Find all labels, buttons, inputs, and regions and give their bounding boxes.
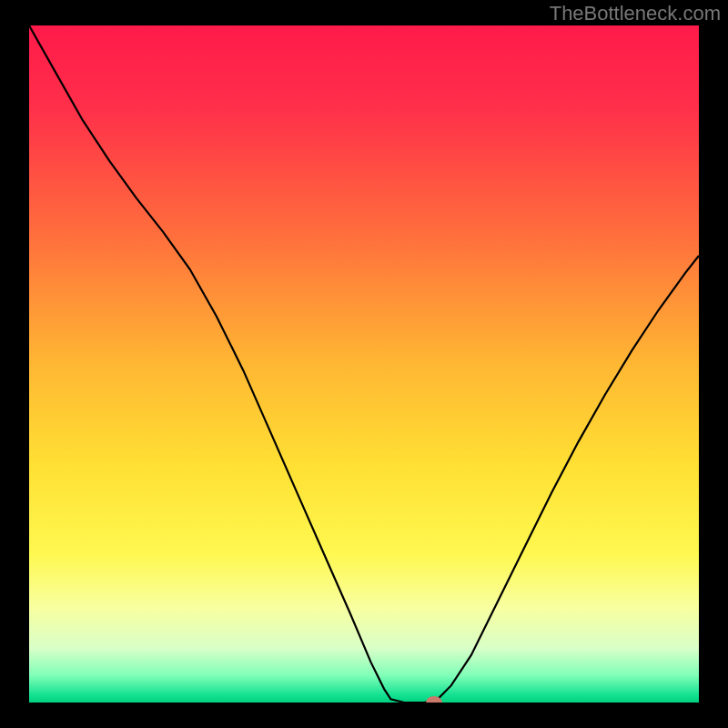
plot-area xyxy=(29,25,699,703)
bottleneck-curve xyxy=(29,25,699,703)
curve-layer xyxy=(29,25,699,703)
optimal-marker xyxy=(426,696,442,703)
watermark-text: TheBottleneck.com xyxy=(550,2,721,25)
